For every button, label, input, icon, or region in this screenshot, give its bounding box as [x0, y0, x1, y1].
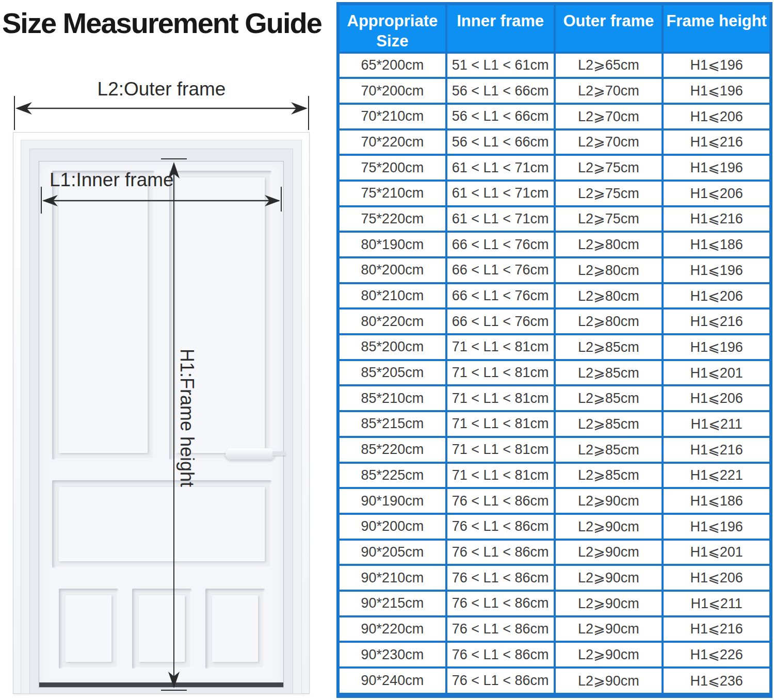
table-row: 70*210cm56 < L1 < 66cmL2⩾70cmH1⩽206 — [338, 104, 771, 129]
table-cell: 56 < L1 < 66cm — [446, 129, 555, 155]
table-cell: 65*200cm — [338, 53, 446, 78]
table-cell: 61 < L1 < 71cm — [446, 155, 555, 181]
table-cell: 85*215cm — [338, 411, 446, 437]
table-cell: H1⩽221 — [663, 463, 771, 489]
table-cell: L2⩾85cm — [555, 334, 663, 360]
table-cell: L2⩾90cm — [555, 591, 663, 616]
table-cell: 76 < L1 < 86cm — [446, 540, 555, 565]
table-cell: 90*215cm — [338, 591, 446, 616]
table-cell: 90*240cm — [338, 668, 446, 695]
table-cell: H1⩽206 — [663, 104, 771, 129]
table-cell: 80*210cm — [338, 283, 446, 309]
table-row: 90*215cm76 < L1 < 86cmL2⩾90cmH1⩽211 — [338, 591, 771, 616]
table-cell: 75*220cm — [338, 206, 446, 232]
table-cell: 51 < L1 < 61cm — [446, 53, 555, 78]
column-header-inner-frame: Inner frame — [446, 4, 555, 53]
door-panel-bottom-3 — [205, 589, 265, 669]
table-cell: 70*220cm — [338, 129, 446, 155]
table-cell: 85*205cm — [338, 360, 446, 386]
table-cell: L2⩾75cm — [555, 155, 663, 181]
table-cell: H1⩽216 — [663, 437, 771, 463]
table-cell: L2⩾85cm — [555, 385, 663, 411]
table-cell: H1⩽216 — [663, 616, 771, 642]
table-cell: L2⩾65cm — [555, 53, 663, 78]
table-cell: 71 < L1 < 81cm — [446, 411, 555, 437]
table-row: 80*220cm66 < L1 < 76cmL2⩾80cmH1⩽216 — [338, 308, 771, 334]
table-row: 90*205cm76 < L1 < 86cmL2⩾90cmH1⩽201 — [338, 540, 771, 565]
table-cell: 85*220cm — [338, 437, 446, 463]
table-cell: L2⩾70cm — [555, 104, 663, 129]
size-table-section: Appropriate Size Inner frame Outer frame… — [336, 2, 772, 698]
table-cell: 76 < L1 < 86cm — [446, 668, 555, 695]
table-cell: 90*210cm — [338, 565, 446, 591]
table-row: 65*200cm51 < L1 < 61cmL2⩾65cmH1⩽196 — [338, 53, 771, 78]
table-row: 85*205cm71 < L1 < 81cmL2⩾85cmH1⩽201 — [338, 360, 771, 386]
column-header-frame-height: Frame height — [663, 4, 771, 53]
table-cell: H1⩽201 — [663, 360, 771, 386]
door-panel-middle — [52, 480, 271, 568]
table-row: 75*210cm61 < L1 < 71cmL2⩾75cmH1⩽206 — [338, 181, 771, 206]
table-body: 65*200cm51 < L1 < 61cmL2⩾65cmH1⩽19670*20… — [338, 53, 771, 696]
table-cell: 90*200cm — [338, 514, 446, 540]
inner-frame-label: L1:Inner frame — [50, 169, 174, 191]
door-panel-top-left — [52, 171, 154, 460]
table-cell: 66 < L1 < 76cm — [446, 283, 555, 309]
door-latch — [272, 451, 286, 455]
table-cell: 71 < L1 < 81cm — [446, 360, 555, 386]
table-row: 90*220cm76 < L1 < 86cmL2⩾90cmH1⩽216 — [338, 616, 771, 642]
table-cell: L2⩾75cm — [555, 181, 663, 206]
table-cell: L2⩾85cm — [555, 411, 663, 437]
table-cell: L2⩾90cm — [555, 668, 663, 695]
table-cell: 80*190cm — [338, 232, 446, 257]
table-row: 90*190cm76 < L1 < 86cmL2⩾90cmH1⩽186 — [338, 488, 771, 514]
l2-arrowhead-right — [291, 102, 308, 115]
table-cell: 61 < L1 < 71cm — [446, 206, 555, 232]
column-header-appropriate-size: Appropriate Size — [338, 4, 446, 53]
table-cell: 66 < L1 < 76cm — [446, 232, 555, 257]
table-cell: H1⩽216 — [663, 129, 771, 155]
table-cell: 61 < L1 < 71cm — [446, 181, 555, 206]
table-cell: 56 < L1 < 66cm — [446, 78, 555, 104]
door-slab — [39, 161, 284, 688]
table-cell: 90*190cm — [338, 488, 446, 514]
table-row: 90*240cm76 < L1 < 86cmL2⩾90cmH1⩽236 — [338, 668, 771, 695]
table-cell: H1⩽196 — [663, 514, 771, 540]
table-cell: 76 < L1 < 86cm — [446, 642, 555, 668]
table-cell: 76 < L1 < 86cm — [446, 565, 555, 591]
table-row: 80*190cm66 < L1 < 76cmL2⩾80cmH1⩽186 — [338, 232, 771, 257]
table-cell: 80*200cm — [338, 257, 446, 283]
table-cell: L2⩾80cm — [555, 308, 663, 334]
table-row: 75*200cm61 < L1 < 71cmL2⩾75cmH1⩽196 — [338, 155, 771, 181]
table-cell: 66 < L1 < 76cm — [446, 308, 555, 334]
table-cell: L2⩾85cm — [555, 360, 663, 386]
table-cell: L2⩾70cm — [555, 129, 663, 155]
table-cell: 90*205cm — [338, 540, 446, 565]
size-measurement-guide-page: Size Measurement Guide — [0, 0, 774, 700]
table-header: Appropriate Size Inner frame Outer frame… — [338, 4, 771, 53]
door-threshold — [39, 682, 283, 687]
table-row: 80*210cm66 < L1 < 76cmL2⩾80cmH1⩽206 — [338, 283, 771, 309]
table-row: 70*200cm56 < L1 < 66cmL2⩾70cmH1⩽196 — [338, 78, 771, 104]
table-cell: 71 < L1 < 81cm — [446, 463, 555, 489]
table-cell: H1⩽196 — [663, 53, 771, 78]
outer-frame-label: L2:Outer frame — [15, 78, 308, 100]
table-cell: H1⩽211 — [663, 591, 771, 616]
table-cell: L2⩾75cm — [555, 206, 663, 232]
table-cell: 76 < L1 < 86cm — [446, 514, 555, 540]
table-cell: L2⩾70cm — [555, 78, 663, 104]
table-row: 80*200cm66 < L1 < 76cmL2⩾80cmH1⩽196 — [338, 257, 771, 283]
table-cell: 85*225cm — [338, 463, 446, 489]
frame-height-label: H1:Frame height — [176, 349, 198, 487]
table-cell: H1⩽216 — [663, 206, 771, 232]
table-cell: 75*210cm — [338, 181, 446, 206]
table-cell: H1⩽206 — [663, 283, 771, 309]
table-cell: 90*230cm — [338, 642, 446, 668]
table-cell: L2⩾80cm — [555, 283, 663, 309]
table-cell: 76 < L1 < 86cm — [446, 616, 555, 642]
size-table: Appropriate Size Inner frame Outer frame… — [336, 2, 772, 698]
table-cell: 76 < L1 < 86cm — [446, 488, 555, 514]
table-cell: 70*200cm — [338, 78, 446, 104]
table-row: 90*210cm76 < L1 < 86cmL2⩾90cmH1⩽206 — [338, 565, 771, 591]
page-title: Size Measurement Guide — [2, 6, 335, 40]
table-row: 75*220cm61 < L1 < 71cmL2⩾75cmH1⩽216 — [338, 206, 771, 232]
